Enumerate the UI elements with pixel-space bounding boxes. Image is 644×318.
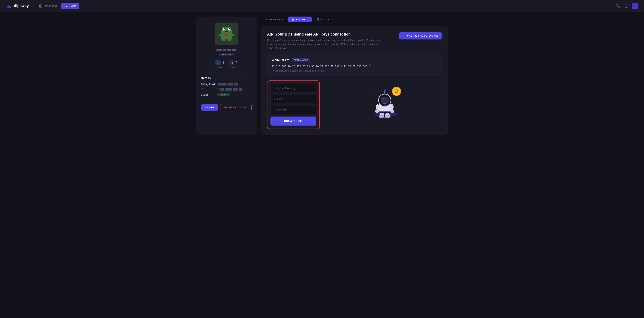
profile-icon <box>64 4 67 7</box>
svg-point-27 <box>398 87 398 87</box>
blur-block-4 <box>232 49 236 51</box>
username-blurred <box>216 49 236 51</box>
dashboard-icon <box>39 4 42 7</box>
exchange-select[interactable]: Pick your Exchange Binance Bybit KuCoin <box>270 84 316 92</box>
svg-point-51 <box>379 115 384 118</box>
blur-block-2 <box>223 49 226 51</box>
svg-rect-20 <box>228 38 231 41</box>
id-label: ID: <box>201 88 216 91</box>
create-bot-button[interactable]: CREATE BOT <box>270 116 316 126</box>
astronaut-illustration: ₿ <box>363 80 404 118</box>
logo[interactable]: dipsway <box>6 3 29 9</box>
whitelist-title: Whitelist IPs <box>272 58 290 62</box>
svg-point-47 <box>375 110 379 113</box>
svg-point-48 <box>390 110 394 113</box>
status-badge: ONLINE <box>218 93 230 96</box>
api-secret-input[interactable] <box>270 106 316 114</box>
form-area: Pick your Exchange Binance Bybit KuCoin … <box>267 80 442 129</box>
nav-profile[interactable]: Profile <box>61 3 79 9</box>
whitelist-header: Whitelist IPs READ & SPOT <box>272 58 437 62</box>
svg-rect-18 <box>231 34 234 36</box>
blur-block-3 <box>227 49 231 51</box>
svg-point-39 <box>381 97 389 104</box>
svg-rect-10 <box>224 28 224 29</box>
illustration-column: ₿ <box>326 80 442 118</box>
billing-row: Billing Email: <box>201 83 252 86</box>
tab-edit-bot[interactable]: EDIT BOT <box>313 16 337 22</box>
add-bot-header: Add Your BOT using safe API Keys connect… <box>267 32 442 50</box>
svg-rect-3 <box>41 6 42 7</box>
blur-block-1 <box>216 49 222 51</box>
trades-stat: 0 Trades <box>229 60 238 69</box>
tutorial-button[interactable]: TRY AGAIN THE TUTORIAL! <box>399 32 442 39</box>
details-section: Details Billing Email: ID: C <box>201 76 252 99</box>
nav-dashboard[interactable]: Dashboard <box>36 3 60 9</box>
svg-point-52 <box>385 115 391 118</box>
avatar-image <box>215 22 238 45</box>
stats-row: ✓ 1 Bots 0 Trades <box>215 60 238 69</box>
delete-account-button[interactable]: DELETE ACCOUNT <box>220 104 252 111</box>
top-navigation: dipsway Dashboard Profile <box>0 0 644 12</box>
copy-icon[interactable] <box>369 64 372 68</box>
logo-text: dipsway <box>14 4 29 8</box>
svg-rect-2 <box>40 6 41 7</box>
tab-overview[interactable]: OVERVIEW <box>261 16 287 22</box>
svg-point-54 <box>384 90 386 91</box>
svg-rect-23 <box>292 19 294 21</box>
svg-rect-19 <box>222 38 224 41</box>
svg-rect-1 <box>41 5 42 6</box>
read-spot-badge: READ & SPOT <box>292 58 310 62</box>
status-row: Status: ONLINE <box>201 93 252 96</box>
bots-stat: ✓ 1 Bots <box>215 60 224 69</box>
tabs-bar: OVERVIEW ADD BOT EDIT BOT <box>261 16 448 22</box>
ip-addresses: 13.115.148.98 18.178.61.19 35.76.59.220 … <box>272 65 367 68</box>
svg-rect-11 <box>229 28 230 29</box>
tester-badge: TESTER <box>219 53 234 56</box>
svg-rect-13 <box>229 30 231 31</box>
svg-point-29 <box>369 97 370 97</box>
logo-icon <box>6 3 12 9</box>
add-bot-info: Add Your BOT using safe API Keys connect… <box>267 32 380 50</box>
moon-icon[interactable] <box>624 3 629 9</box>
svg-point-55 <box>384 104 386 107</box>
billing-label: Billing Email: <box>201 83 216 86</box>
main-layout: TESTER ✓ 1 Bots 0 <box>190 12 454 139</box>
translate-icon[interactable] <box>616 3 621 9</box>
svg-rect-12 <box>222 30 224 31</box>
tab-add-bot[interactable]: ADD BOT <box>288 16 312 22</box>
svg-point-40 <box>382 98 384 100</box>
id-value-blurred: C <box>218 88 242 91</box>
briefcase-icon <box>229 60 234 65</box>
action-buttons: SHARE DELETE ACCOUNT <box>201 104 252 111</box>
edit-icon <box>317 18 320 21</box>
svg-point-30 <box>400 99 400 99</box>
no-withdrawal-note: No withdrawal permissions only read and … <box>272 69 437 72</box>
profile-avatar <box>215 22 238 45</box>
divider <box>201 72 252 73</box>
status-label: Status: <box>201 93 216 96</box>
whitelist-section: Whitelist IPs READ & SPOT 13.115.148.98 … <box>267 54 442 76</box>
add-bot-description: Create an API key on your exchange accou… <box>267 38 380 50</box>
user-avatar[interactable] <box>632 3 638 9</box>
svg-rect-14 <box>224 31 228 32</box>
nav-items: Dashboard Profile <box>36 3 616 9</box>
svg-point-28 <box>388 85 388 85</box>
bots-count: 1 <box>222 61 224 65</box>
bot-form: Pick your Exchange Binance Bybit KuCoin … <box>267 80 320 129</box>
svg-point-4 <box>65 5 66 6</box>
content-card: Add Your BOT using safe API Keys connect… <box>261 26 448 135</box>
share-button[interactable]: SHARE <box>201 104 218 111</box>
api-key-input[interactable] <box>270 95 316 103</box>
svg-point-26 <box>373 88 374 89</box>
lock-icon <box>292 18 294 21</box>
add-bot-title: Add Your BOT using safe API Keys connect… <box>267 32 380 36</box>
topnav-right <box>616 3 638 9</box>
right-panel: OVERVIEW ADD BOT EDIT BOT <box>261 16 448 135</box>
check-icon: ✓ <box>215 60 220 65</box>
svg-point-22 <box>266 18 267 19</box>
bots-label: Bots <box>218 66 222 69</box>
left-panel: TESTER ✓ 1 Bots 0 <box>196 16 256 135</box>
svg-rect-21 <box>230 62 232 64</box>
ip-row: 13.115.148.98 18.178.61.19 35.76.59.220 … <box>272 64 437 68</box>
id-row: ID: C <box>201 88 252 91</box>
